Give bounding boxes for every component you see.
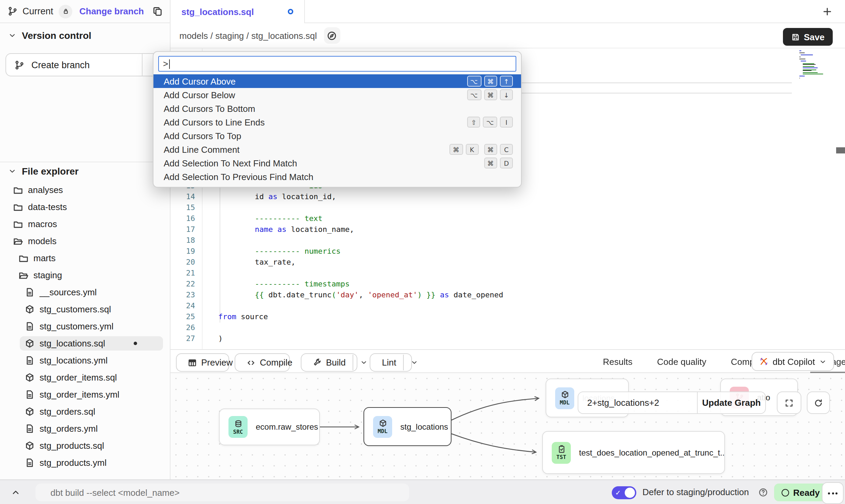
file-tree-item-stg-orders-sql[interactable]: stg_orders.sql — [20, 404, 163, 419]
file-icon — [25, 321, 35, 331]
file-tree-item--sources-yml[interactable]: __sources.yml — [20, 285, 163, 299]
status-bar: dbt build --select <model_name> ✓ Defer … — [0, 479, 845, 504]
clipboard-check-icon — [557, 445, 566, 454]
keycap: ⌘ — [449, 144, 463, 155]
node-label: ecom.raw_stores — [256, 422, 318, 432]
more-options-button[interactable] — [822, 482, 844, 504]
command-item-add-cursors-to-line-ends[interactable]: Add Cursors to Line Ends⇧⌥I — [153, 115, 521, 129]
cube-icon — [560, 390, 569, 399]
file-tree-item-stg-locations-yml[interactable]: stg_locations.yml — [20, 353, 163, 368]
editor-toolbar: Preview Compile Build Lint ResultsCode q… — [171, 349, 845, 373]
file-explorer-header[interactable]: File explorer — [8, 166, 163, 177]
lineage-node-test[interactable]: TST test_does_location_opened_at_trunc_t… — [542, 431, 725, 474]
command-item-add-selection-to-previous-find-match[interactable]: Add Selection To Previous Find Match — [153, 170, 521, 183]
version-control-title: Version control — [22, 30, 91, 41]
file-tree-item-stg-customers-yml[interactable]: stg_customers.yml — [20, 319, 163, 333]
file-tree-item-stg-products-sql[interactable]: stg_products.sql — [20, 439, 163, 453]
chevron-down-icon — [8, 167, 16, 175]
lint-dropdown[interactable] — [403, 355, 422, 370]
line-number: 15 — [171, 203, 195, 213]
copy-icon[interactable] — [152, 6, 163, 17]
preview-button[interactable]: Preview — [176, 353, 229, 372]
line-content: {{ dbt.date_trunc('day', 'opened_at') }}… — [218, 290, 503, 301]
current-branch-label: Current — [23, 6, 53, 16]
lint-button[interactable]: Lint — [370, 353, 412, 372]
compile-label: Compile — [260, 357, 292, 368]
status-badge: Ready — [774, 484, 827, 501]
chevron-down-icon — [8, 31, 16, 40]
refresh-button[interactable] — [807, 391, 830, 414]
update-graph-button[interactable]: Update Graph — [697, 392, 765, 413]
create-branch-button[interactable]: Create branch — [5, 53, 165, 76]
command-item-add-selection-to-next-find-match[interactable]: Add Selection To Next Find Match⌘D — [153, 156, 521, 170]
badge-label: SRC — [233, 429, 243, 435]
compile-button[interactable]: Compile — [235, 353, 290, 372]
file-tree-item-macros[interactable]: macros — [8, 217, 163, 231]
fullscreen-button[interactable] — [777, 391, 801, 414]
file-tree-item-stg-order-items-yml[interactable]: stg_order_items.yml — [20, 387, 163, 402]
explore-shortcut[interactable] — [324, 27, 340, 44]
table-icon — [188, 358, 197, 367]
line-number: 26 — [171, 323, 195, 333]
keycap: ⌘ — [484, 144, 497, 155]
command-item-add-line-comment[interactable]: Add Line Comment⌘K⌘C — [153, 143, 521, 156]
change-branch-link[interactable]: Change branch — [79, 6, 144, 16]
minimap[interactable] — [799, 50, 822, 79]
file-tree-item-stg-order-items-sql[interactable]: stg_order_items.sql — [20, 370, 163, 385]
file-tree-item-stg-locations-sql[interactable]: stg_locations.sql — [20, 336, 163, 351]
line-number: 24 — [171, 301, 195, 312]
defer-toggle[interactable]: ✓ — [612, 486, 636, 499]
command-item-add-cursors-to-top[interactable]: Add Cursors To Top — [153, 129, 521, 143]
tab-results[interactable]: Results — [603, 350, 633, 374]
build-button[interactable]: Build — [301, 353, 357, 372]
scrollbar-thumb[interactable] — [836, 147, 845, 153]
file-tree-item-stg-customers-sql[interactable]: stg_customers.sql — [20, 302, 163, 316]
check-icon: ✓ — [615, 489, 621, 496]
lineage-canvas[interactable]: MDL locations atio SRC ecom.raw_stores — [171, 373, 845, 479]
badge-label: MDL — [560, 400, 570, 406]
file-tree-item-marts[interactable]: marts — [14, 251, 163, 265]
file-tree-item-staging[interactable]: staging — [14, 268, 163, 282]
command-item-add-cursor-below[interactable]: Add Cursor Below⌥⌘↓ — [153, 88, 521, 102]
new-tab-icon[interactable] — [822, 6, 833, 17]
expand-icon — [784, 398, 794, 407]
lineage-selector-input[interactable]: 2+stg_locations+2 — [578, 392, 697, 413]
file-icon — [25, 424, 35, 434]
file-tree-item-stg-orders-yml[interactable]: stg_orders.yml — [20, 421, 163, 436]
file-explorer-title: File explorer — [22, 166, 79, 177]
lineage-node-source[interactable]: SRC ecom.raw_stores — [219, 409, 320, 445]
command-label: Add Cursors to Line Ends — [164, 117, 265, 127]
keycap: ↓ — [500, 89, 513, 100]
preview-label: Preview — [201, 357, 233, 368]
command-palette-input[interactable]: > — [158, 56, 516, 72]
file-label: macros — [28, 219, 57, 229]
version-control-header[interactable]: Version control — [8, 30, 162, 41]
file-tree-item-data-tests[interactable]: data-tests — [8, 200, 163, 214]
code-icon — [246, 358, 256, 367]
command-item-add-cursors-to-bottom[interactable]: Add Cursors To Bottom — [153, 102, 521, 115]
dbt-copilot-button[interactable]: dbt Copilot — [752, 352, 834, 371]
command-item-add-cursor-above[interactable]: Add Cursor Above⌥⌘↑ — [153, 74, 521, 88]
branch-lock-badge — [59, 4, 72, 18]
text-cursor — [169, 59, 169, 69]
folder-icon — [13, 202, 23, 212]
cube-icon — [378, 419, 387, 428]
build-dropdown[interactable] — [353, 355, 372, 370]
tab-stg-locations-sql[interactable]: stg_locations.sql — [171, 0, 305, 23]
lock-icon — [62, 8, 69, 15]
file-icon — [25, 355, 35, 366]
keycap: I — [500, 117, 513, 128]
file-tree-item-analyses[interactable]: analyses — [8, 183, 163, 197]
cli-command-input[interactable]: dbt build --select <model_name> — [35, 484, 409, 501]
save-button[interactable]: Save — [783, 28, 833, 46]
lineage-node-stg-locations[interactable]: MDL stg_locations — [364, 407, 451, 446]
help-icon[interactable] — [758, 488, 768, 497]
file-icon — [25, 458, 35, 468]
line-number: 25 — [171, 312, 195, 323]
file-tree-item-models[interactable]: models — [8, 234, 163, 248]
tab-code-quality[interactable]: Code quality — [657, 350, 707, 374]
keycap: ⇧ — [467, 117, 480, 128]
chevron-up-icon[interactable] — [11, 488, 20, 497]
line-number: 14 — [171, 192, 195, 203]
file-tree-item-stg-products-yml[interactable]: stg_products.yml — [20, 456, 163, 470]
